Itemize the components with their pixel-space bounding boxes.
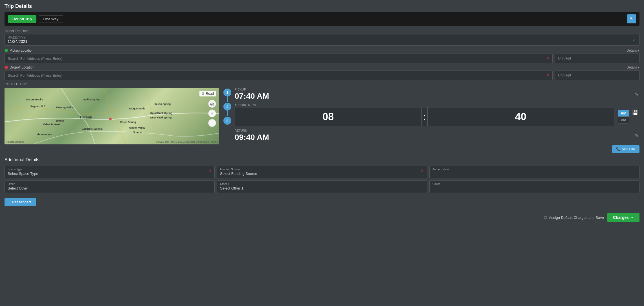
step1-content: PICKUP 07:40 AM — [235, 88, 269, 101]
will-call-label: Will Call — [622, 147, 636, 151]
map-city-sahuarita: Saguaro National — [82, 127, 103, 130]
pickup-search-placeholder: Search For Address (Press Enter) — [8, 56, 63, 61]
pm-button[interactable]: PM — [618, 116, 630, 124]
other-label: Other — [8, 182, 212, 186]
map-zoom-out-button[interactable]: − — [208, 119, 216, 127]
refresh-button[interactable]: ↻ — [627, 14, 636, 23]
funding-source-required-icon: ✕ — [421, 168, 424, 173]
dropoff-unit-apt-placeholder: Unit/Apt — [558, 73, 571, 77]
one-way-button[interactable]: One Way — [39, 15, 63, 23]
map-copyright: © Microsoft Bing — [6, 140, 24, 143]
appointment-minute-input[interactable]: 40 — [427, 107, 614, 126]
dropoff-search-input[interactable]: Search For Address (Press Enter) ✕ — [5, 71, 553, 80]
assign-charges-label: Assign Default Charges and Save — [549, 215, 604, 220]
dropoff-search-placeholder: Search For Address (Press Enter) — [8, 73, 63, 78]
pickup-type-label: PICKUP — [235, 88, 269, 91]
authorization-field[interactable]: Authorization — [429, 166, 639, 178]
funding-source-field[interactable]: Funding Source Select Funding Source ✕ — [217, 166, 427, 178]
ampm-toggle: AM PM — [618, 110, 630, 124]
pickup-input-row: Search For Address (Press Enter) ✕ Unit/… — [5, 54, 639, 63]
map-city-catalina: Catalina Spring — [82, 98, 100, 101]
authorization-label: Authorization — [432, 168, 636, 171]
map-city-saguaro: Saguaro N.R. — [30, 105, 46, 108]
additional-details-section: Additional Details Space Type Select Spa… — [5, 157, 639, 206]
pickup-unit-apt-input[interactable]: Unit/Apt — [555, 54, 639, 63]
charges-button[interactable]: Charges → — [607, 213, 639, 222]
step2-row: APPOINTMENT 08 : 40 AM PM — [235, 104, 639, 126]
date-check-icon: ✓ — [633, 37, 636, 43]
dropoff-header: Dropoff Location Details ▾ — [5, 65, 639, 69]
map-city-tucson: Tucson — [80, 115, 92, 119]
appointment-save-button[interactable]: 💾 — [631, 108, 639, 117]
steps-sidebar: 1 2 3 — [223, 88, 231, 142]
date-placeholder: MM/DD/YYYY — [8, 36, 27, 39]
appointment-time-inputs: 08 : 40 — [235, 107, 614, 126]
dropoff-unit-apt-input[interactable]: Unit/Apt — [555, 71, 639, 80]
other-field[interactable]: Other Select Other — [5, 180, 215, 193]
space-type-label: Space Type — [8, 168, 212, 171]
routed-trip-section: ROUTED TRIP Tucson — [5, 82, 639, 153]
additional-details-title: Additional Details — [5, 157, 639, 162]
map-city-flowing-wells: Flowing Wells — [56, 106, 73, 109]
step3-row: RETURN 09:40 AM ✎ — [235, 129, 639, 142]
map-type-label[interactable]: ⊞ Road — [199, 91, 216, 96]
map-city-rincon: Rincon Valley — [129, 126, 146, 129]
svg-point-0 — [109, 118, 112, 120]
return-type-label: RETURN — [235, 129, 269, 132]
date-input[interactable]: MM/DD/YYYY 11/24/2021 ✓ — [5, 34, 639, 46]
map-city-italian: Italian Spring — [155, 103, 171, 105]
pickup-time-value: 07:40 AM — [235, 92, 269, 101]
map-city-picture-rocks: Picture Rocks — [26, 98, 43, 101]
connector-2-3 — [227, 111, 228, 116]
return-time-value: 09:40 AM — [235, 133, 269, 142]
pickup-details-link[interactable]: Details ▾ — [627, 49, 639, 52]
pickup-unit-apt-placeholder: Unit/Apt — [558, 56, 571, 60]
caller-label: Caller — [432, 182, 636, 186]
space-type-value: Select Space Type — [8, 171, 212, 176]
appointment-type-label: APPOINTMENT — [235, 104, 639, 107]
appointment-hour-input[interactable]: 08 — [235, 107, 422, 126]
map-city-force: Force Spring — [120, 121, 136, 124]
pickup-edit-button[interactable]: ✎ — [634, 91, 639, 98]
am-button[interactable]: AM — [618, 110, 630, 116]
step3-circle: 3 — [223, 117, 231, 125]
passengers-row: + Passengers — [5, 195, 639, 206]
other1-value: Select Other 1 — [220, 186, 424, 190]
map-city-valencia: Valencia West — [43, 123, 60, 126]
assign-charges-link[interactable]: ☐ Assign Default Charges and Save — [544, 215, 604, 220]
pickup-search-input[interactable]: Search For Address (Press Enter) ✕ — [5, 54, 553, 63]
additional-row-1: Space Type Select Space Type ✕ Funding S… — [5, 166, 639, 178]
space-type-field[interactable]: Space Type Select Space Type ✕ — [5, 166, 215, 178]
pickup-clear-icon[interactable]: ✕ — [546, 56, 550, 61]
steps-content: PICKUP 07:40 AM ✎ APPOINTMENT 08 — [235, 88, 639, 142]
assign-checkbox-icon: ☐ — [544, 215, 547, 220]
map-city-tanque: Tanque Verde — [129, 107, 145, 110]
other1-label: Other 1 — [220, 182, 424, 186]
map-locate-button[interactable]: ◎ — [208, 100, 216, 108]
times-panel: 1 2 3 PICKUP 07:40 AM — [223, 88, 639, 153]
dropoff-clear-icon[interactable]: ✕ — [546, 73, 550, 78]
routed-trip-content: Tucson Picture Rocks Saguaro N.R. Catali… — [5, 88, 639, 153]
date-section: Select Trip Date MM/DD/YYYY 11/24/2021 ✓ — [5, 29, 639, 46]
pickup-label: Pickup Location — [5, 49, 34, 52]
map-grid-icon: ⊞ — [202, 92, 205, 96]
map-city-three-points: Three Points — [37, 133, 52, 136]
map-city-summit: Summit — [133, 131, 142, 134]
other1-field[interactable]: Other 1 Select Other 1 — [217, 180, 427, 193]
round-trip-button[interactable]: Round Trip — [8, 15, 36, 23]
map-city-spud: Spud Rock Spring — [150, 112, 172, 115]
passengers-button[interactable]: + Passengers — [5, 198, 36, 206]
trip-type-bar: Round Trip One Way ↻ — [5, 12, 639, 26]
map-city-drexel: Drexel — [56, 120, 64, 122]
map-container[interactable]: Tucson Picture Rocks Saguaro N.R. Catali… — [5, 88, 219, 144]
funding-source-value: Select Funding Source — [220, 171, 424, 176]
appointment-input-row: 08 : 40 AM PM 💾 — [235, 107, 639, 126]
other-value: Select Other — [8, 186, 212, 190]
step2-circle: 2 — [223, 103, 231, 111]
return-edit-button[interactable]: ✎ — [634, 132, 639, 139]
phone-icon: 📞 — [616, 147, 621, 151]
caller-field[interactable]: Caller — [429, 180, 639, 193]
dropoff-details-link[interactable]: Details ▾ — [627, 65, 639, 69]
will-call-button[interactable]: 📞 Will Call — [612, 145, 639, 153]
map-zoom-in-button[interactable]: + — [208, 109, 216, 117]
